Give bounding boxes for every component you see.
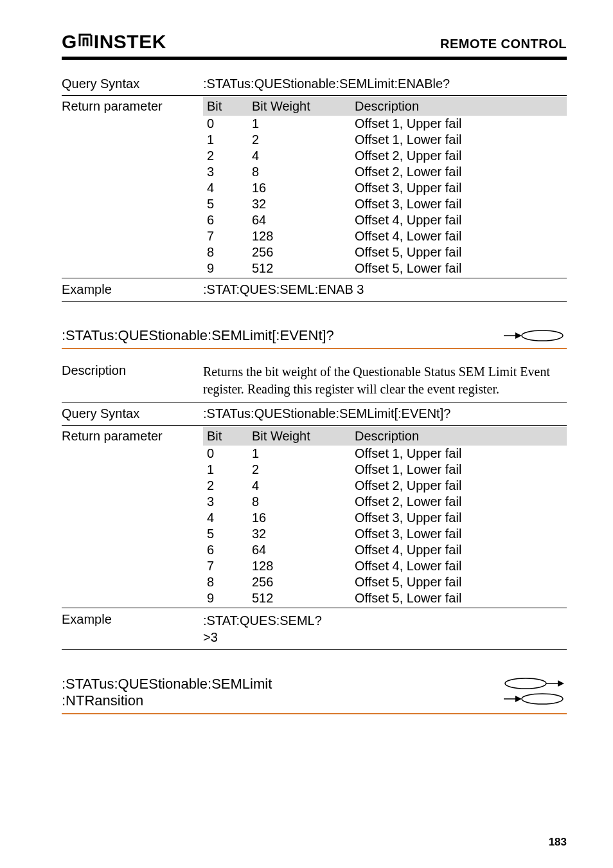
cell-bit: 9 [203,260,248,276]
command-heading-line1: :STATus:QUEStionable:SEMLimit [62,676,272,692]
cell-desc: Offset 4, Lower fail [351,558,567,574]
cell-weight: 2 [248,132,351,148]
cell-weight: 8 [248,494,351,510]
cell-bit: 0 [203,446,248,462]
table-row: 38Offset 2, Lower fail [203,494,567,510]
col-weight: Bit Weight [248,97,351,116]
example-value: :STAT:QUES:SEML? >3 [203,612,567,646]
bit-table: Bit Bit Weight Description 01Offset 1, U… [203,427,567,606]
col-desc: Description [351,97,567,116]
cell-weight: 2 [248,462,351,478]
cell-weight: 256 [248,244,351,260]
cell-weight: 128 [248,558,351,574]
query-syntax-value: :STATus:QUEStionable:SEMLimit:ENABle? [203,77,567,91]
cell-desc: Offset 5, Upper fail [351,574,567,590]
page-number: 183 [549,836,567,849]
col-bit: Bit [203,427,248,446]
return-parameter-label: Return parameter [62,427,203,606]
header-rule [62,57,567,60]
table-row: 9512Offset 5, Lower fail [203,590,567,606]
svg-marker-1 [515,332,522,339]
query-syntax-row: Query Syntax :STATus:QUEStionable:SEMLim… [62,74,567,94]
divider [62,402,567,402]
logo-text-right: INSTEK [94,31,166,53]
cell-weight: 16 [248,180,351,196]
table-row: 8256Offset 5, Upper fail [203,574,567,590]
cell-bit: 1 [203,132,248,148]
command-heading-line2: :NTRansition [62,692,272,709]
cell-bit: 0 [203,116,248,132]
divider [62,278,567,278]
table-row: 664Offset 4, Upper fail [203,212,567,228]
table-row: 416Offset 3, Upper fail [203,510,567,526]
cell-desc: Offset 1, Lower fail [351,132,567,148]
bit-table: Bit Bit Weight Description 01Offset 1, U… [203,97,567,276]
cell-desc: Offset 2, Upper fail [351,148,567,164]
cell-weight: 64 [248,212,351,228]
description-label: Description [62,363,203,378]
description-row: Description Returns the bit weight of th… [62,361,567,401]
cell-weight: 1 [248,116,351,132]
table-body: 01Offset 1, Upper fail12Offset 1, Lower … [203,446,567,606]
return-parameter-row: Return parameter Bit Bit Weight Descript… [62,97,567,276]
cell-desc: Offset 4, Upper fail [351,542,567,558]
query-syntax-label: Query Syntax [62,406,203,421]
command-heading-row: :STATus:QUEStionable:SEMLimit :NTRansiti… [62,676,567,709]
cell-desc: Offset 5, Lower fail [351,260,567,276]
description-text: Returns the bit weight of the Questionab… [203,363,567,398]
cell-weight: 32 [248,196,351,212]
col-weight: Bit Weight [248,427,351,446]
command-heading-row: :STATus:QUEStionable:SEMLimit[:EVENt]? [62,327,567,344]
command-heading: :STATus:QUEStionable:SEMLimit :NTRansiti… [62,676,272,709]
table-row: 532Offset 3, Lower fail [203,526,567,542]
col-bit: Bit [203,97,248,116]
orange-divider [62,348,567,349]
table-row: 532Offset 3, Lower fail [203,196,567,212]
example-line-1: :STAT:QUES:SEML? [203,612,567,629]
cell-weight: 512 [248,590,351,606]
table-row: 12Offset 1, Lower fail [203,462,567,478]
svg-marker-5 [558,680,564,687]
cell-desc: Offset 5, Upper fail [351,244,567,260]
svg-point-8 [522,694,563,704]
table-row: 416Offset 3, Upper fail [203,180,567,196]
table-row: 7128Offset 4, Lower fail [203,558,567,574]
table-row: 24Offset 2, Upper fail [203,478,567,494]
table-row: 664Offset 4, Upper fail [203,542,567,558]
cell-bit: 9 [203,590,248,606]
cell-bit: 5 [203,526,248,542]
cell-weight: 4 [248,148,351,164]
cell-desc: Offset 1, Upper fail [351,446,567,462]
cell-bit: 7 [203,228,248,244]
svg-point-3 [505,678,546,689]
cell-weight: 64 [248,542,351,558]
cell-bit: 2 [203,478,248,494]
divider [62,425,567,426]
cell-desc: Offset 3, Upper fail [351,510,567,526]
cell-bit: 6 [203,542,248,558]
svg-point-2 [522,330,563,341]
divider [62,649,567,650]
cell-desc: Offset 3, Lower fail [351,526,567,542]
cell-weight: 32 [248,526,351,542]
cell-desc: Offset 1, Upper fail [351,116,567,132]
cell-weight: 128 [248,228,351,244]
cell-bit: 3 [203,164,248,180]
example-label: Example [62,612,203,627]
divider [62,301,567,302]
divider [62,95,567,96]
query-syntax-label: Query Syntax [62,77,203,91]
table-row: 12Offset 1, Lower fail [203,132,567,148]
return-parameter-row: Return parameter Bit Bit Weight Descript… [62,427,567,606]
query-syntax-row: Query Syntax :STATus:QUEStionable:SEMLim… [62,404,567,424]
logo-glyph-icon [78,28,93,50]
orange-divider [62,713,567,714]
return-parameter-label: Return parameter [62,97,203,276]
cell-bit: 8 [203,574,248,590]
cell-bit: 7 [203,558,248,574]
cell-desc: Offset 2, Lower fail [351,494,567,510]
svg-marker-7 [515,696,522,702]
brand-logo: G INSTEK [62,31,166,53]
cell-desc: Offset 2, Lower fail [351,164,567,180]
cell-desc: Offset 3, Lower fail [351,196,567,212]
